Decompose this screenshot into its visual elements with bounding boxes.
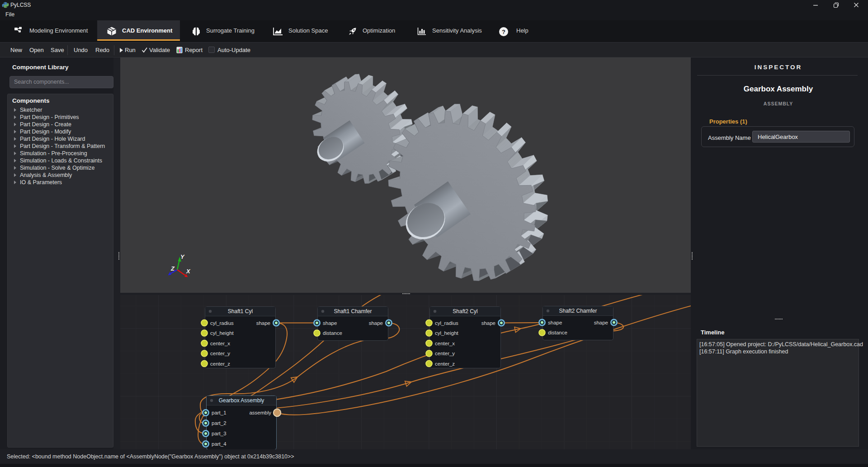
svg-text:distance: distance xyxy=(323,330,342,336)
svg-text:part_4: part_4 xyxy=(212,441,226,447)
svg-text:cyl_radius: cyl_radius xyxy=(435,320,458,326)
svg-text:Shaft1 Chamfer: Shaft1 Chamfer xyxy=(334,308,372,315)
svg-text:shape: shape xyxy=(369,320,383,326)
svg-text:part_1: part_1 xyxy=(212,410,226,415)
svg-text:Shaft1 Cyl: Shaft1 Cyl xyxy=(228,308,253,315)
svg-text:center_y: center_y xyxy=(435,351,455,356)
svg-text:assembly: assembly xyxy=(249,410,271,415)
svg-text:shape: shape xyxy=(481,320,495,326)
svg-text:shape: shape xyxy=(594,320,608,325)
svg-text:center_z: center_z xyxy=(435,361,455,367)
svg-text:cyl_radius: cyl_radius xyxy=(210,320,234,326)
svg-text:shape: shape xyxy=(323,320,337,326)
svg-text:center_y: center_y xyxy=(210,351,230,356)
svg-text:Z: Z xyxy=(170,265,175,272)
svg-text:part_2: part_2 xyxy=(212,420,226,426)
svg-text:part_3: part_3 xyxy=(212,431,226,436)
svg-text:center_z: center_z xyxy=(210,361,230,367)
svg-text:center_x: center_x xyxy=(435,341,455,346)
svg-text:shape: shape xyxy=(256,320,270,326)
svg-text:center_x: center_x xyxy=(210,341,230,346)
svg-text:distance: distance xyxy=(548,330,567,335)
svg-text:Shaft2 Chamfer: Shaft2 Chamfer xyxy=(559,308,597,314)
svg-text:Y: Y xyxy=(180,253,185,260)
svg-text:Shaft2 Cyl: Shaft2 Cyl xyxy=(453,308,477,315)
svg-text:Gearbox Assembly: Gearbox Assembly xyxy=(219,397,264,404)
svg-text:cyl_height: cyl_height xyxy=(210,330,234,336)
svg-text:shape: shape xyxy=(548,320,562,325)
svg-text:cyl_height: cyl_height xyxy=(435,330,459,336)
svg-text:?: ? xyxy=(502,29,505,35)
svg-text:X: X xyxy=(186,268,191,275)
